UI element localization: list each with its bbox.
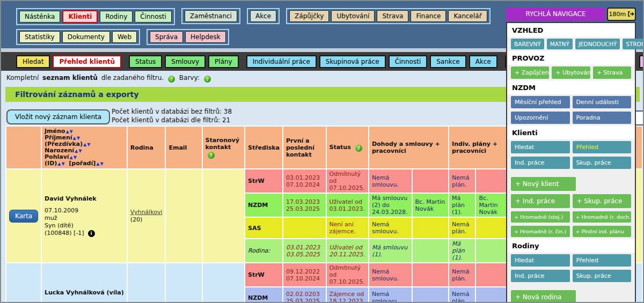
sort-desc-icon[interactable]: ▼ bbox=[77, 136, 80, 141]
nav-tab-klienti[interactable]: Klienti bbox=[62, 10, 98, 23]
sort-asc-icon[interactable]: ▲ bbox=[70, 155, 73, 160]
quicknav-hromadn-r-doch[interactable]: + Hromadně (r. doch.) bbox=[573, 211, 632, 223]
subnav-tab-status[interactable]: Status bbox=[129, 55, 162, 68]
col-header-name-sort: Jméno▲▼Příjmení▲▼(Přezdívka)▲▼Narození▲▼… bbox=[42, 127, 127, 168]
plan-text: Má plán (1). bbox=[452, 240, 472, 261]
quicknav-ind-pr-ce[interactable]: Ind. práce bbox=[511, 157, 570, 169]
help-icon[interactable]: ? bbox=[168, 76, 175, 83]
nav-tab-strava[interactable]: Strava bbox=[377, 10, 408, 22]
panel-button-row: + Hromadně (stej.)+ Hromadně (r. doch.) bbox=[507, 210, 635, 224]
quicknav-hromadn-stej[interactable]: + Hromadně (stej.) bbox=[511, 211, 570, 223]
quicknav-barevn[interactable]: BAREVNÝ bbox=[511, 39, 544, 49]
sort-asc-icon[interactable]: ▲ bbox=[57, 161, 61, 166]
quicknav-skup-pr-ce[interactable]: + Skup. práce bbox=[573, 194, 632, 208]
client-name-cell: Lucka Vyhnálková (víla)01.01.1996ženaMám… bbox=[42, 263, 127, 303]
quicknav-strava[interactable]: + Strava bbox=[593, 66, 631, 79]
status-text: Zájemce od 18.12.2023. bbox=[330, 291, 365, 303]
quicknav-nov-klient[interactable]: + Nový klient bbox=[511, 177, 576, 191]
nav-tab-innosti[interactable]: Činnosti bbox=[135, 11, 172, 23]
logout-timer-button[interactable]: 180m bbox=[607, 8, 636, 21]
quicknav-stroh[interactable]: STROHÝ bbox=[623, 39, 644, 49]
quicknav-upozorn-n[interactable]: Upozornění bbox=[511, 112, 570, 124]
subnav-tab-pr-ce-nezn-m-klient-m[interactable]: Práce neznám klientům bbox=[639, 55, 644, 68]
quicknav-p-ehled[interactable]: Přehled bbox=[573, 254, 632, 267]
client-role: Syn (dítě) bbox=[45, 222, 124, 230]
client-name: Lucka Vyhnálková (víla) bbox=[45, 289, 124, 297]
nav-tab-n-st-nka[interactable]: Nástěnka bbox=[19, 11, 60, 23]
sort-asc-icon[interactable]: ▲ bbox=[75, 149, 78, 153]
nav-group: StatistikyDokumentyWeb bbox=[16, 29, 140, 45]
quicknav-matn[interactable]: MATNÝ bbox=[547, 39, 573, 49]
help-icon[interactable]: ? bbox=[204, 76, 211, 83]
nav-tab-kancel[interactable]: Kancelář bbox=[448, 10, 487, 22]
client-card-button[interactable]: Karta bbox=[9, 210, 38, 223]
panel-button-row: + Hromadně (r. čin.)+ Plnění ind. plánu bbox=[507, 224, 635, 239]
sort-asc-icon[interactable]: ▲ bbox=[96, 161, 99, 166]
quicknav-nov-rodina[interactable]: + Nová rodina bbox=[511, 290, 576, 303]
quicknav-ind-pr-ce[interactable]: Ind. práce bbox=[511, 270, 570, 282]
quicknav-zap-j-en[interactable]: + Zapůjčení bbox=[511, 66, 549, 79]
nav-tab-z-p-j-ky[interactable]: Zápůjčky bbox=[289, 10, 329, 22]
nav-group: Akce bbox=[247, 8, 280, 24]
quicknav-hledat[interactable]: Hledat bbox=[511, 141, 570, 153]
contract-cell: Nemá smlouvu. bbox=[369, 287, 412, 303]
panel-button-row: BAREVNÝMATNÝJEDNODUCHÝSTROHÝ bbox=[507, 37, 635, 51]
sort-desc-icon[interactable]: ▼ bbox=[87, 142, 90, 147]
help-icon[interactable]: ? bbox=[208, 152, 215, 159]
subnav-tab-smlouvy[interactable]: Smlouvy bbox=[165, 55, 206, 68]
status-text: Odmítnutý od 07.10.2025. bbox=[330, 171, 365, 191]
sort-asc-icon[interactable]: ▲ bbox=[83, 142, 86, 147]
quicknav-skup-pr-ce[interactable]: Skup. práce bbox=[573, 157, 632, 169]
sort-desc-icon[interactable]: ▼ bbox=[100, 161, 103, 166]
subnav-tab-skupinov-pr-ce[interactable]: Skupinová práce bbox=[319, 55, 386, 68]
info-icon[interactable]: i bbox=[88, 230, 95, 237]
quicknav-p-ehled[interactable]: Přehled bbox=[573, 141, 632, 153]
center-label: NZDM bbox=[245, 287, 282, 303]
sort-desc-icon[interactable]: ▼ bbox=[70, 129, 73, 134]
filter-text: dle zadaného filtru. bbox=[101, 74, 164, 82]
sort-asc-icon[interactable]: ▲ bbox=[65, 129, 69, 134]
nav-tab-statistiky[interactable]: Statistiky bbox=[19, 31, 60, 43]
quicknav-hledat[interactable]: Hledat bbox=[511, 254, 570, 267]
contact-date: 03.05.2025 bbox=[286, 251, 323, 258]
subnav-tab-innosti[interactable]: Činnosti bbox=[389, 55, 428, 68]
nav-tab-zam-stnanci[interactable]: Zaměstnanci bbox=[185, 10, 237, 22]
plan-worker-cell bbox=[476, 218, 506, 238]
quicknav-denn-ud-losti[interactable]: Denní události bbox=[573, 96, 632, 108]
quicknav-pln-n-ind-pl-nu[interactable]: + Plnění ind. plánu bbox=[573, 226, 632, 237]
subnav-tab-pl-ny[interactable]: Plány bbox=[208, 55, 239, 68]
nav-tab-ubytov-n[interactable]: Ubytování bbox=[331, 10, 375, 22]
quicknav-skup-pr-ce[interactable]: Skup. práce bbox=[573, 270, 632, 282]
panel-button-row: HledatPřehled bbox=[507, 253, 635, 268]
sort-asc-icon[interactable]: ▲ bbox=[73, 136, 76, 141]
quick-navigation-title[interactable]: RYCHLÁ NAVIGACE bbox=[506, 8, 605, 21]
sort-desc-icon[interactable]: ▼ bbox=[61, 161, 64, 166]
colors-label: Barvy: bbox=[179, 74, 200, 82]
quicknav-m-s-n-p-ehled[interactable]: Měsíční přehled bbox=[511, 96, 570, 108]
nav-tab-web[interactable]: Web bbox=[112, 31, 137, 43]
quicknav-ubytov-n[interactable]: + Ubytování bbox=[552, 66, 590, 79]
nav-tab-dokumenty[interactable]: Dokumenty bbox=[62, 31, 110, 43]
help-icon[interactable]: ? bbox=[355, 145, 362, 152]
quicknav-jednoduch[interactable]: JEDNODUCHÝ bbox=[575, 39, 620, 49]
subnav-tab-akce[interactable]: Akce bbox=[469, 55, 497, 68]
nav-tab-spr-va[interactable]: Správa bbox=[150, 31, 183, 43]
nav-tab-helpdesk[interactable]: Helpdesk bbox=[185, 31, 226, 43]
nav-tab-rodiny[interactable]: Rodiny bbox=[100, 11, 133, 23]
family-number: (20) bbox=[130, 216, 163, 223]
quicknav-ind-pr-ce[interactable]: + Ind. práce bbox=[511, 194, 570, 208]
quicknav-hromadn-r-in[interactable]: + Hromadně (r. čin.) bbox=[511, 226, 570, 237]
nav-tab-finance[interactable]: Finance bbox=[411, 10, 446, 22]
family-link[interactable]: Vyhnálkovi bbox=[130, 209, 163, 216]
subnav-tab-individu-ln-pr-ce[interactable]: Individuální práce bbox=[246, 55, 317, 68]
sort-desc-icon[interactable]: ▼ bbox=[78, 149, 82, 153]
client-counts: Počet klientů v databázi bez filtrů: 38 … bbox=[112, 107, 232, 124]
sort-desc-icon[interactable]: ▼ bbox=[74, 155, 77, 160]
subnav-tab-p-ehled-klient[interactable]: Přehled klientů bbox=[53, 55, 121, 68]
quicknav-poradna[interactable]: Poradna bbox=[573, 112, 632, 124]
new-client-button[interactable]: Vložit nový záznam klienta bbox=[6, 109, 110, 124]
subnav-tab-sankce[interactable]: Sankce bbox=[430, 55, 466, 68]
subnav-tab-hledat[interactable]: Hledat bbox=[16, 55, 50, 68]
nav-tab-akce[interactable]: Akce bbox=[250, 10, 276, 22]
contract-cell: Má smlouvu (1). bbox=[369, 239, 412, 262]
